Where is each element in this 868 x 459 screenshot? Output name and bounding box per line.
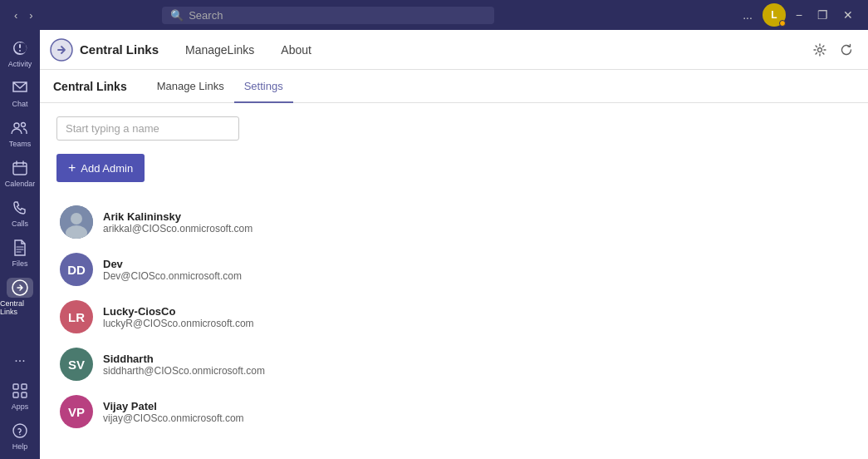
sidebar-item-activity[interactable]: Activity [0, 33, 40, 73]
user-info-siddharth: Siddharth siddharth@CIOSco.onmicrosoft.c… [103, 353, 265, 377]
status-dot [779, 20, 786, 27]
svg-rect-8 [13, 392, 18, 397]
sidebar-item-apps[interactable]: Apps [0, 376, 40, 416]
help-label: Help [12, 442, 28, 451]
sub-tab-manage-links[interactable]: Manage Links [147, 71, 234, 103]
teams-icon [7, 118, 33, 138]
sidebar-item-files[interactable]: Files [0, 233, 40, 273]
svg-rect-9 [22, 392, 27, 397]
activity-icon [7, 38, 33, 58]
central-links-label: Central Links [0, 299, 40, 316]
svg-point-3 [22, 123, 26, 127]
sub-tab-settings[interactable]: Settings [234, 71, 293, 103]
user-email-vijay: vijay@CIOSco.onmicrosoft.com [103, 412, 244, 424]
avatar-vijay: VP [60, 395, 93, 428]
user-info-arik: Arik Kalininsky arikkal@CIOSco.onmicroso… [103, 210, 253, 234]
avatar-arik [60, 205, 93, 239]
calls-label: Calls [12, 220, 28, 228]
sidebar-item-more[interactable]: ··· [0, 346, 40, 376]
user-info-dev: Dev Dev@CIOSco.onmicrosoft.com [103, 258, 242, 282]
user-email-dev: Dev@CIOSco.onmicrosoft.com [103, 270, 242, 282]
calendar-icon [7, 158, 33, 178]
back-button[interactable]: ‹ [10, 7, 22, 23]
more-icon: ··· [7, 351, 33, 371]
user-name-lucky: Lucky-CiosCo [103, 305, 254, 318]
search-icon: 🔍 [170, 9, 184, 22]
sidebar-item-calendar[interactable]: Calendar [0, 153, 40, 193]
user-name-vijay: Vijay Patel [103, 400, 244, 412]
sidebar-item-calls[interactable]: Calls [0, 193, 40, 233]
user-item-arik[interactable]: Arik Kalininsky arikkal@CIOSco.onmicroso… [56, 199, 851, 246]
app-logo-icon [50, 38, 73, 62]
tab-manage-links[interactable]: ManageLinks [172, 31, 267, 70]
svg-point-16 [71, 213, 82, 225]
apps-icon [7, 381, 33, 401]
user-info-vijay: Vijay Patel vijay@CIOSco.onmicrosoft.com [103, 400, 244, 424]
avatar-dev: DD [60, 253, 93, 286]
svg-point-14 [818, 47, 822, 52]
user-item-siddharth[interactable]: SV Siddharth siddharth@CIOSco.onmicrosof… [56, 341, 851, 388]
sidebar-item-central-links[interactable]: Central Links [0, 273, 40, 321]
teams-label: Teams [9, 140, 32, 148]
user-info-lucky: Lucky-CiosCo luckyR@CIOSco.onmicrosoft.c… [103, 305, 254, 329]
app-logo: Central Links [50, 38, 159, 62]
svg-rect-6 [13, 384, 18, 389]
svg-point-10 [13, 424, 27, 437]
svg-rect-4 [13, 163, 27, 175]
sidebar-item-teams[interactable]: Teams [0, 113, 40, 153]
settings-icon-button[interactable] [808, 38, 831, 62]
apps-label: Apps [12, 402, 29, 411]
app-tabbar-right [808, 38, 858, 62]
sub-nav-title: Central Links [53, 80, 127, 93]
svg-point-2 [14, 123, 19, 128]
search-input[interactable] [189, 9, 486, 22]
add-admin-button[interactable]: + Add Admin [56, 154, 145, 182]
chat-icon [7, 78, 33, 98]
app-name-label: Central Links [80, 42, 159, 57]
svg-point-1 [19, 50, 21, 52]
name-search-input[interactable] [66, 122, 230, 135]
central-links-icon [7, 278, 33, 298]
avatar-lucky: LR [60, 300, 93, 333]
titlebar-search-box[interactable]: 🔍 [162, 7, 494, 24]
sidebar-item-help[interactable]: Help [0, 416, 40, 456]
user-name-arik: Arik Kalininsky [103, 210, 253, 223]
user-item-dev[interactable]: DD Dev Dev@CIOSco.onmicrosoft.com [56, 246, 851, 294]
sidebar-item-chat[interactable]: Chat [0, 73, 40, 113]
sub-nav: Central Links Manage Links Settings [40, 70, 868, 103]
activity-label: Activity [8, 60, 32, 68]
refresh-icon-button[interactable] [835, 38, 858, 62]
calendar-label: Calendar [5, 180, 36, 188]
restore-button[interactable]: ❐ [812, 7, 833, 23]
user-item-vijay[interactable]: VP Vijay Patel vijay@CIOSco.onmicrosoft.… [56, 388, 851, 436]
titlebar-nav: ‹ › [10, 7, 37, 23]
user-name-siddharth: Siddharth [103, 353, 265, 365]
app-body: Activity Chat Teams [0, 30, 868, 459]
titlebar-right-controls: ... L − ❐ ✕ [738, 3, 858, 27]
files-label: Files [12, 259, 27, 268]
admin-user-list: Arik Kalininsky arikkal@CIOSco.onmicroso… [56, 199, 851, 436]
svg-rect-7 [22, 384, 27, 389]
svg-rect-0 [19, 44, 21, 48]
user-email-arik: arikkal@CIOSco.onmicrosoft.com [103, 223, 253, 234]
user-email-siddharth: siddharth@CIOSco.onmicrosoft.com [103, 365, 265, 377]
minimize-button[interactable]: − [791, 7, 807, 23]
user-email-lucky: luckyR@CIOSco.onmicrosoft.com [103, 318, 254, 329]
titlebar: ‹ › 🔍 ... L − ❐ ✕ [0, 0, 868, 30]
avatar[interactable]: L [763, 3, 786, 27]
add-admin-label: Add Admin [81, 162, 133, 175]
close-button[interactable]: ✕ [838, 7, 858, 23]
user-item-lucky[interactable]: LR Lucky-CiosCo luckyR@CIOSco.onmicrosof… [56, 294, 851, 341]
more-options-button[interactable]: ... [738, 7, 758, 23]
help-icon [7, 421, 33, 441]
forward-button[interactable]: › [25, 7, 37, 23]
calls-icon [7, 198, 33, 218]
app-tabbar: Central Links ManageLinks About [40, 30, 868, 70]
sidebar: Activity Chat Teams [0, 30, 40, 459]
tab-about[interactable]: About [267, 31, 325, 70]
svg-point-11 [19, 434, 20, 435]
files-icon [7, 238, 33, 258]
content-area: + Add Admin Arik Kalin [40, 103, 868, 459]
name-search-box[interactable] [56, 116, 239, 141]
chat-label: Chat [12, 100, 27, 108]
